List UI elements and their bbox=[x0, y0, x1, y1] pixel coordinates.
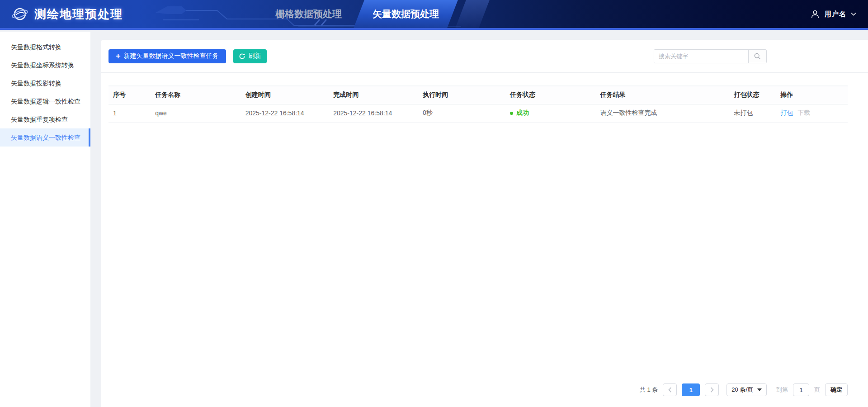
top-nav-tabs: 栅格数据预处理 矢量数据预处理 bbox=[260, 0, 484, 28]
cell-task-status: 成功 bbox=[505, 104, 595, 122]
cell-created-time: 2025-12-22 16:58:14 bbox=[241, 104, 329, 122]
col-task-status: 任务状态 bbox=[505, 86, 595, 104]
sidebar-item-logic-consistency-check[interactable]: 矢量数据逻辑一致性检查 bbox=[0, 92, 90, 110]
col-finished-time: 完成时间 bbox=[329, 86, 418, 104]
col-task-result: 任务结果 bbox=[595, 86, 729, 104]
page-size-label: 20 条/页 bbox=[731, 386, 753, 394]
refresh-icon bbox=[239, 53, 245, 60]
chevron-down-icon bbox=[851, 12, 856, 16]
main-area: 新建矢量数据语义一致性检查任务 刷新 bbox=[90, 32, 868, 407]
plus-icon bbox=[116, 52, 121, 60]
cell-finished-time: 2025-12-22 16:58:14 bbox=[329, 104, 418, 122]
tab-vector-preprocess[interactable]: 矢量数据预处理 bbox=[357, 0, 454, 28]
toolbar: 新建矢量数据语义一致性检查任务 刷新 bbox=[101, 40, 868, 73]
page-size-select[interactable]: 20 条/页 bbox=[726, 383, 767, 396]
app-logo-area: 测绘地理预处理 bbox=[11, 0, 123, 28]
search-box bbox=[654, 49, 767, 63]
cell-task-result: 语义一致性检查完成 bbox=[595, 104, 729, 122]
goto-confirm-button[interactable]: 确定 bbox=[825, 383, 848, 396]
chevron-left-icon bbox=[668, 387, 672, 393]
next-page-button[interactable] bbox=[705, 383, 719, 396]
col-index: 序号 bbox=[108, 86, 151, 104]
download-link: 下载 bbox=[797, 109, 810, 116]
refresh-button[interactable]: 刷新 bbox=[233, 49, 267, 63]
page-number-button[interactable]: 1 bbox=[682, 383, 700, 396]
sidebar-item-duplicate-check[interactable]: 矢量数据重复项检查 bbox=[0, 110, 90, 128]
search-input[interactable] bbox=[654, 50, 748, 63]
chevron-right-icon bbox=[710, 387, 714, 393]
col-task-name: 任务名称 bbox=[151, 86, 241, 104]
cell-task-name: qwe bbox=[151, 104, 241, 122]
status-text: 成功 bbox=[516, 109, 529, 117]
app-logo-icon bbox=[11, 5, 29, 23]
app-header: 测绘地理预处理 栅格数据预处理 矢量数据预处理 用户名 bbox=[0, 0, 868, 30]
tab-label: 矢量数据预处理 bbox=[373, 8, 439, 20]
package-link[interactable]: 打包 bbox=[780, 109, 793, 116]
sidebar: 矢量数据格式转换 矢量数据坐标系统转换 矢量数据投影转换 矢量数据逻辑一致性检查… bbox=[0, 32, 90, 407]
col-actions: 操作 bbox=[776, 86, 848, 104]
cell-exec-time: 0秒 bbox=[418, 104, 505, 122]
task-table: 序号 任务名称 创建时间 完成时间 执行时间 任务状态 任务结果 打包状态 操作… bbox=[108, 85, 848, 123]
content-panel: 新建矢量数据语义一致性检查任务 刷新 bbox=[101, 40, 868, 407]
new-task-label: 新建矢量数据语义一致性检查任务 bbox=[124, 52, 219, 60]
pagination: 共 1 条 1 20 条/页 到第 页 确定 bbox=[640, 383, 848, 396]
sidebar-item-format-convert[interactable]: 矢量数据格式转换 bbox=[0, 38, 90, 56]
sidebar-item-semantic-consistency-check[interactable]: 矢量数据语义一致性检查 bbox=[0, 128, 90, 147]
refresh-label: 刷新 bbox=[249, 52, 261, 60]
table-header-row: 序号 任务名称 创建时间 完成时间 执行时间 任务状态 任务结果 打包状态 操作 bbox=[108, 86, 848, 104]
goto-prefix-label: 到第 bbox=[776, 386, 788, 394]
table-row: 1 qwe 2025-12-22 16:58:14 2025-12-22 16:… bbox=[108, 104, 848, 122]
user-menu[interactable]: 用户名 bbox=[810, 0, 856, 28]
cell-actions: 打包下载 bbox=[776, 104, 848, 122]
sidebar-item-projection-convert[interactable]: 矢量数据投影转换 bbox=[0, 74, 90, 92]
col-exec-time: 执行时间 bbox=[418, 86, 505, 104]
cell-package-status: 未打包 bbox=[729, 104, 776, 122]
user-icon bbox=[810, 9, 820, 19]
select-caret-icon bbox=[757, 388, 762, 391]
new-task-button[interactable]: 新建矢量数据语义一致性检查任务 bbox=[108, 49, 226, 63]
app-title: 测绘地理预处理 bbox=[34, 6, 123, 22]
total-count-label: 共 1 条 bbox=[640, 386, 658, 394]
tab-raster-preprocess[interactable]: 栅格数据预处理 bbox=[260, 0, 357, 28]
prev-page-button[interactable] bbox=[663, 383, 677, 396]
search-icon bbox=[754, 52, 761, 60]
goto-page-input[interactable] bbox=[793, 383, 809, 396]
cell-index: 1 bbox=[108, 104, 151, 122]
goto-suffix-label: 页 bbox=[814, 386, 820, 394]
sidebar-item-coord-system-convert[interactable]: 矢量数据坐标系统转换 bbox=[0, 56, 90, 74]
success-dot-icon bbox=[510, 112, 513, 115]
user-name: 用户名 bbox=[825, 10, 846, 19]
search-button[interactable] bbox=[748, 50, 766, 63]
tab-label: 栅格数据预处理 bbox=[275, 8, 342, 20]
task-table-wrap: 序号 任务名称 创建时间 完成时间 执行时间 任务状态 任务结果 打包状态 操作… bbox=[108, 85, 848, 123]
col-created-time: 创建时间 bbox=[241, 86, 329, 104]
col-package-status: 打包状态 bbox=[729, 86, 776, 104]
